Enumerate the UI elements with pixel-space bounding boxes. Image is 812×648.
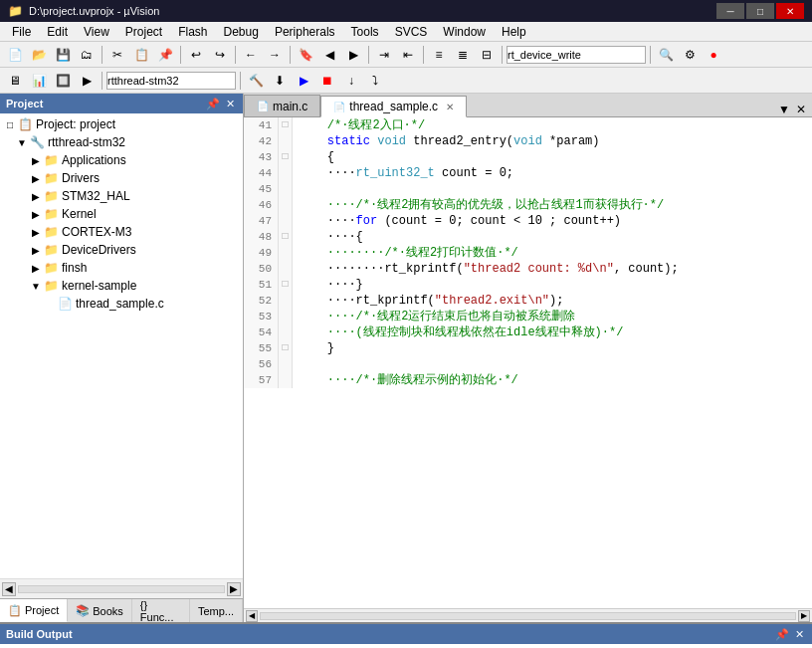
horizontal-scrollbar[interactable] <box>18 585 225 593</box>
code-line-52: 52 ····rt_kprintf("thread2.exit\n"); <box>244 293 812 309</box>
debug-start-btn[interactable]: ▶ <box>293 71 314 91</box>
line-toggle[interactable] <box>279 324 293 340</box>
menu-flash[interactable]: Flash <box>170 22 215 42</box>
window-controls[interactable]: ─ □ ✕ <box>716 3 804 19</box>
next-bookmark-btn[interactable]: ▶ <box>342 45 364 65</box>
tab-project[interactable]: 📋 Project <box>0 599 68 622</box>
tree-drivers[interactable]: ▶ 📁 Drivers <box>0 169 243 187</box>
tb2-btn2[interactable]: 📊 <box>28 71 50 91</box>
line-toggle[interactable] <box>279 181 293 197</box>
close-button[interactable]: ✕ <box>776 3 804 19</box>
tb2-btn1[interactable]: 🖥 <box>4 71 26 91</box>
tree-cortexm3[interactable]: ▶ 📁 CORTEX-M3 <box>0 223 243 241</box>
tree-threadsample[interactable]: 📄 thread_sample.c ➜ <box>0 295 243 313</box>
copy-btn[interactable]: 📋 <box>130 45 152 65</box>
bookmark-btn[interactable]: 🔖 <box>295 45 316 65</box>
menu-debug[interactable]: Debug <box>216 22 267 42</box>
new-file-btn[interactable]: 📄 <box>4 45 26 65</box>
tree-rtthread[interactable]: ▼ 🔧 rtthread-stm32 <box>0 133 243 151</box>
align-btn[interactable]: ≡ <box>428 45 450 65</box>
load-btn[interactable]: ⬇ <box>269 71 291 91</box>
indent-btn[interactable]: ⇥ <box>373 45 395 65</box>
code-editor[interactable]: 41 □ /*·线程2入口·*/ 42 static void thread2_… <box>244 117 812 608</box>
line-toggle[interactable] <box>279 293 293 309</box>
align3-btn[interactable]: ⊟ <box>476 45 498 65</box>
redo-btn[interactable]: ↪ <box>209 45 231 65</box>
maximize-button[interactable]: □ <box>746 3 774 19</box>
build-close-btn[interactable]: ✕ <box>793 628 806 641</box>
undo-btn[interactable]: ↩ <box>185 45 207 65</box>
menu-svcs[interactable]: SVCS <box>387 22 436 42</box>
debug-stop-btn[interactable]: ⏹ <box>316 71 338 91</box>
nav-back-btn[interactable]: ← <box>240 45 262 65</box>
align2-btn[interactable]: ≣ <box>452 45 474 65</box>
code-horizontal-scrollbar[interactable] <box>260 612 796 620</box>
line-toggle[interactable]: □ <box>279 277 293 293</box>
line-toggle[interactable] <box>279 213 293 229</box>
tree-devicedrivers[interactable]: ▶ 📁 DeviceDrivers <box>0 241 243 259</box>
line-toggle[interactable] <box>279 165 293 181</box>
tree-finsh[interactable]: ▶ 📁 finsh <box>0 259 243 277</box>
tab-books[interactable]: 📚 Books <box>68 599 132 622</box>
line-toggle[interactable] <box>279 261 293 277</box>
editor-tab-main[interactable]: 📄 main.c <box>244 95 320 116</box>
menu-tools[interactable]: Tools <box>343 22 387 42</box>
scroll-left-btn[interactable]: ◀ <box>2 582 16 596</box>
line-toggle[interactable]: □ <box>279 340 293 356</box>
menu-help[interactable]: Help <box>494 22 534 42</box>
scroll-right-btn[interactable]: ▶ <box>227 582 241 596</box>
line-toggle[interactable] <box>279 133 293 149</box>
line-toggle[interactable]: □ <box>279 229 293 245</box>
menu-peripherals[interactable]: Peripherals <box>267 22 343 42</box>
line-toggle[interactable] <box>279 245 293 261</box>
cut-btn[interactable]: ✂ <box>106 45 128 65</box>
line-toggle[interactable]: □ <box>279 117 293 133</box>
prev-bookmark-btn[interactable]: ◀ <box>318 45 340 65</box>
menu-file[interactable]: File <box>4 22 39 42</box>
panel-pin-button[interactable]: 📌 <box>204 98 222 110</box>
step-over-btn[interactable]: ⤵ <box>364 71 386 91</box>
tab-temp[interactable]: Temp... <box>190 599 243 622</box>
editor-close-btn[interactable]: ✕ <box>794 103 808 116</box>
tree-applications[interactable]: ▶ 📁 Applications <box>0 151 243 169</box>
tb2-btn3[interactable]: 🔲 <box>52 71 74 91</box>
tree-kernelsample[interactable]: ▼ 📁 kernel-sample <box>0 277 243 295</box>
menu-window[interactable]: Window <box>435 22 494 42</box>
line-toggle[interactable] <box>279 309 293 324</box>
menu-project[interactable]: Project <box>117 22 170 42</box>
scroll-left-btn[interactable]: ◀ <box>246 610 258 622</box>
tb2-btn4[interactable]: ▶ <box>76 71 98 91</box>
outdent-btn[interactable]: ⇤ <box>397 45 419 65</box>
line-toggle[interactable] <box>279 197 293 213</box>
red-circle-btn[interactable]: ● <box>703 45 724 65</box>
line-toggle[interactable]: □ <box>279 149 293 165</box>
nav-fwd-btn[interactable]: → <box>264 45 286 65</box>
panel-close-button[interactable]: ✕ <box>224 98 237 110</box>
minimize-button[interactable]: ─ <box>716 3 744 19</box>
build-pin-btn[interactable]: 📌 <box>773 628 791 641</box>
tree-stm32hal[interactable]: ▶ 📁 STM32_HAL <box>0 187 243 205</box>
scroll-right-btn[interactable]: ▶ <box>798 610 810 622</box>
save-btn[interactable]: 💾 <box>52 45 74 65</box>
editor-tab-close[interactable]: ✕ <box>446 102 454 112</box>
step-btn[interactable]: ↓ <box>340 71 362 91</box>
code-hscrollbar[interactable]: ◀ ▶ <box>244 608 812 622</box>
tab-func[interactable]: {} Func... <box>132 599 190 622</box>
open-file-btn[interactable]: 📂 <box>28 45 50 65</box>
settings-btn[interactable]: ⚙ <box>679 45 701 65</box>
line-toggle[interactable] <box>279 372 293 388</box>
file-icon: 📄 <box>333 102 345 112</box>
target-combo[interactable] <box>106 72 236 90</box>
function-combo[interactable] <box>507 46 646 64</box>
paste-btn[interactable]: 📌 <box>154 45 176 65</box>
build-btn[interactable]: 🔨 <box>245 71 267 91</box>
line-toggle[interactable] <box>279 356 293 372</box>
editor-tab-threadsample[interactable]: 📄 thread_sample.c ✕ <box>320 96 467 117</box>
search-btn[interactable]: 🔍 <box>655 45 677 65</box>
tree-kernel[interactable]: ▶ 📁 Kernel <box>0 205 243 223</box>
tree-root[interactable]: □ 📋 Project: project <box>0 115 243 133</box>
save-all-btn[interactable]: 🗂 <box>76 45 98 65</box>
menu-view[interactable]: View <box>76 22 117 42</box>
editor-pin-btn[interactable]: ▼ <box>776 103 792 116</box>
menu-edit[interactable]: Edit <box>39 22 76 42</box>
